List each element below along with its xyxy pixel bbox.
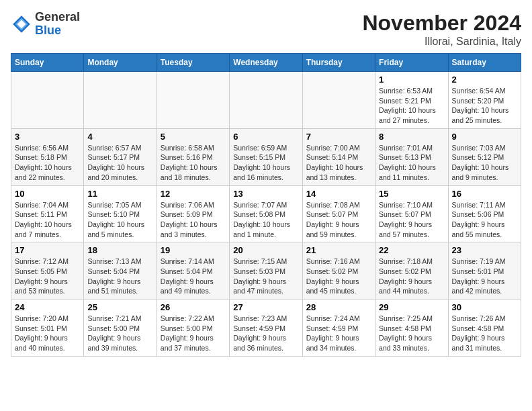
day-cell bbox=[84, 72, 157, 129]
weekday-header-tuesday: Tuesday bbox=[157, 54, 229, 72]
day-cell: 17Sunrise: 7:12 AM Sunset: 5:05 PM Dayli… bbox=[11, 242, 84, 300]
day-info: Sunrise: 7:25 AM Sunset: 4:58 PM Dayligh… bbox=[379, 314, 444, 353]
day-cell: 24Sunrise: 7:20 AM Sunset: 5:01 PM Dayli… bbox=[11, 300, 84, 357]
month-title: November 2024 bbox=[362, 11, 521, 36]
day-cell: 23Sunrise: 7:19 AM Sunset: 5:01 PM Dayli… bbox=[448, 242, 521, 300]
day-info: Sunrise: 6:59 AM Sunset: 5:15 PM Dayligh… bbox=[233, 143, 298, 183]
title-area: November 2024 Illorai, Sardinia, Italy bbox=[362, 11, 521, 48]
day-number: 14 bbox=[306, 189, 371, 199]
day-cell: 11Sunrise: 7:05 AM Sunset: 5:10 PM Dayli… bbox=[84, 185, 157, 242]
day-info: Sunrise: 7:12 AM Sunset: 5:05 PM Dayligh… bbox=[15, 257, 80, 296]
day-info: Sunrise: 7:20 AM Sunset: 5:01 PM Dayligh… bbox=[15, 314, 80, 353]
day-cell: 1Sunrise: 6:53 AM Sunset: 5:21 PM Daylig… bbox=[375, 72, 448, 129]
day-info: Sunrise: 7:21 AM Sunset: 5:00 PM Dayligh… bbox=[87, 314, 152, 353]
logo: General Blue bbox=[11, 11, 80, 38]
day-number: 29 bbox=[379, 302, 444, 312]
day-cell: 18Sunrise: 7:13 AM Sunset: 5:04 PM Dayli… bbox=[84, 242, 157, 300]
day-cell: 27Sunrise: 7:23 AM Sunset: 4:59 PM Dayli… bbox=[230, 300, 302, 357]
day-info: Sunrise: 7:04 AM Sunset: 5:11 PM Dayligh… bbox=[15, 200, 80, 240]
day-info: Sunrise: 7:13 AM Sunset: 5:04 PM Dayligh… bbox=[87, 257, 152, 296]
day-cell: 12Sunrise: 7:06 AM Sunset: 5:09 PM Dayli… bbox=[157, 185, 229, 242]
day-info: Sunrise: 7:16 AM Sunset: 5:02 PM Dayligh… bbox=[306, 257, 371, 296]
day-cell: 19Sunrise: 7:14 AM Sunset: 5:04 PM Dayli… bbox=[157, 242, 229, 300]
weekday-header-wednesday: Wednesday bbox=[230, 54, 302, 72]
logo-general: General bbox=[35, 10, 80, 24]
day-info: Sunrise: 7:26 AM Sunset: 4:58 PM Dayligh… bbox=[452, 314, 517, 353]
day-number: 30 bbox=[452, 302, 517, 312]
day-cell: 7Sunrise: 7:00 AM Sunset: 5:14 PM Daylig… bbox=[302, 128, 375, 185]
day-number: 16 bbox=[452, 189, 517, 199]
day-cell: 29Sunrise: 7:25 AM Sunset: 4:58 PM Dayli… bbox=[375, 300, 448, 357]
day-cell: 25Sunrise: 7:21 AM Sunset: 5:00 PM Dayli… bbox=[84, 300, 157, 357]
day-info: Sunrise: 6:58 AM Sunset: 5:16 PM Dayligh… bbox=[161, 143, 226, 183]
day-number: 21 bbox=[306, 245, 371, 255]
day-cell: 5Sunrise: 6:58 AM Sunset: 5:16 PM Daylig… bbox=[157, 128, 229, 185]
day-cell: 8Sunrise: 7:01 AM Sunset: 5:13 PM Daylig… bbox=[375, 128, 448, 185]
day-info: Sunrise: 6:53 AM Sunset: 5:21 PM Dayligh… bbox=[379, 86, 444, 126]
day-info: Sunrise: 7:00 AM Sunset: 5:14 PM Dayligh… bbox=[306, 143, 371, 183]
day-info: Sunrise: 6:54 AM Sunset: 5:20 PM Dayligh… bbox=[452, 86, 517, 126]
day-number: 5 bbox=[161, 132, 226, 142]
day-number: 15 bbox=[379, 189, 444, 199]
day-number: 12 bbox=[161, 189, 226, 199]
day-cell: 22Sunrise: 7:18 AM Sunset: 5:02 PM Dayli… bbox=[375, 242, 448, 300]
day-number: 18 bbox=[87, 245, 152, 255]
day-number: 4 bbox=[87, 132, 152, 142]
day-cell: 16Sunrise: 7:11 AM Sunset: 5:06 PM Dayli… bbox=[448, 185, 521, 242]
day-info: Sunrise: 7:06 AM Sunset: 5:09 PM Dayligh… bbox=[161, 200, 226, 240]
day-cell: 26Sunrise: 7:22 AM Sunset: 5:00 PM Dayli… bbox=[157, 300, 229, 357]
day-cell: 28Sunrise: 7:24 AM Sunset: 4:59 PM Dayli… bbox=[302, 300, 375, 357]
day-cell bbox=[157, 72, 229, 129]
day-info: Sunrise: 7:22 AM Sunset: 5:00 PM Dayligh… bbox=[161, 314, 226, 353]
day-info: Sunrise: 6:57 AM Sunset: 5:17 PM Dayligh… bbox=[87, 143, 152, 183]
day-cell: 3Sunrise: 6:56 AM Sunset: 5:18 PM Daylig… bbox=[11, 128, 84, 185]
day-number: 10 bbox=[15, 189, 80, 199]
day-number: 13 bbox=[233, 189, 298, 199]
weekday-header-sunday: Sunday bbox=[11, 54, 84, 72]
day-cell bbox=[230, 72, 302, 129]
week-row-3: 10Sunrise: 7:04 AM Sunset: 5:11 PM Dayli… bbox=[11, 185, 521, 242]
day-number: 25 bbox=[87, 302, 152, 312]
weekday-header-row: SundayMondayTuesdayWednesdayThursdayFrid… bbox=[11, 54, 521, 72]
day-cell: 9Sunrise: 7:03 AM Sunset: 5:12 PM Daylig… bbox=[448, 128, 521, 185]
week-row-2: 3Sunrise: 6:56 AM Sunset: 5:18 PM Daylig… bbox=[11, 128, 521, 185]
day-number: 19 bbox=[161, 245, 226, 255]
weekday-header-friday: Friday bbox=[375, 54, 448, 72]
day-info: Sunrise: 7:03 AM Sunset: 5:12 PM Dayligh… bbox=[452, 143, 517, 183]
day-info: Sunrise: 7:07 AM Sunset: 5:08 PM Dayligh… bbox=[233, 200, 298, 240]
day-cell: 30Sunrise: 7:26 AM Sunset: 4:58 PM Dayli… bbox=[448, 300, 521, 357]
day-info: Sunrise: 7:23 AM Sunset: 4:59 PM Dayligh… bbox=[233, 314, 298, 353]
weekday-header-monday: Monday bbox=[84, 54, 157, 72]
week-row-4: 17Sunrise: 7:12 AM Sunset: 5:05 PM Dayli… bbox=[11, 242, 521, 300]
day-info: Sunrise: 7:15 AM Sunset: 5:03 PM Dayligh… bbox=[233, 257, 298, 296]
location-title: Illorai, Sardinia, Italy bbox=[362, 36, 521, 48]
logo-blue: Blue bbox=[35, 24, 61, 37]
logo-text: General Blue bbox=[35, 11, 80, 38]
day-cell: 13Sunrise: 7:07 AM Sunset: 5:08 PM Dayli… bbox=[230, 185, 302, 242]
day-info: Sunrise: 7:14 AM Sunset: 5:04 PM Dayligh… bbox=[161, 257, 226, 296]
day-number: 8 bbox=[379, 132, 444, 142]
day-cell: 4Sunrise: 6:57 AM Sunset: 5:17 PM Daylig… bbox=[84, 128, 157, 185]
day-cell bbox=[11, 72, 84, 129]
day-number: 17 bbox=[15, 245, 80, 255]
day-number: 2 bbox=[452, 75, 517, 85]
day-number: 22 bbox=[379, 245, 444, 255]
day-info: Sunrise: 7:11 AM Sunset: 5:06 PM Dayligh… bbox=[452, 200, 517, 240]
day-info: Sunrise: 7:19 AM Sunset: 5:01 PM Dayligh… bbox=[452, 257, 517, 296]
day-info: Sunrise: 7:18 AM Sunset: 5:02 PM Dayligh… bbox=[379, 257, 444, 296]
day-info: Sunrise: 7:08 AM Sunset: 5:07 PM Dayligh… bbox=[306, 200, 371, 240]
day-number: 6 bbox=[233, 132, 298, 142]
logo-icon bbox=[11, 13, 32, 35]
day-cell: 10Sunrise: 7:04 AM Sunset: 5:11 PM Dayli… bbox=[11, 185, 84, 242]
calendar: SundayMondayTuesdayWednesdayThursdayFrid… bbox=[11, 53, 521, 357]
day-number: 23 bbox=[452, 245, 517, 255]
day-number: 3 bbox=[15, 132, 80, 142]
day-cell: 2Sunrise: 6:54 AM Sunset: 5:20 PM Daylig… bbox=[448, 72, 521, 129]
day-number: 7 bbox=[306, 132, 371, 142]
day-number: 20 bbox=[233, 245, 298, 255]
day-number: 11 bbox=[87, 189, 152, 199]
day-cell: 14Sunrise: 7:08 AM Sunset: 5:07 PM Dayli… bbox=[302, 185, 375, 242]
day-cell bbox=[302, 72, 375, 129]
day-info: Sunrise: 6:56 AM Sunset: 5:18 PM Dayligh… bbox=[15, 143, 80, 183]
day-cell: 21Sunrise: 7:16 AM Sunset: 5:02 PM Dayli… bbox=[302, 242, 375, 300]
